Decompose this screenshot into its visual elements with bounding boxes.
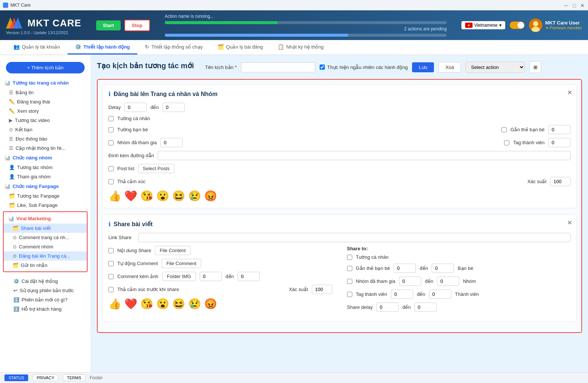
noi-dung-share-checkbox[interactable] bbox=[108, 248, 114, 253]
sidebar-item-gui-tin-nhan[interactable]: 🗂️ Gửi tin nhắn bbox=[4, 261, 87, 270]
sidebar-item-dang-trang-thai[interactable]: ✏️ Đăng trang thái bbox=[0, 97, 91, 106]
emoji-share-love[interactable]: ❤️ bbox=[124, 298, 137, 310]
tha-cam-xuc-checkbox[interactable] bbox=[108, 179, 114, 184]
sidebar-item-cap-nhat-thong-tin[interactable]: ☰ Cập nhật thông tin Ni... bbox=[0, 143, 91, 153]
sidebar-item-xem-story[interactable]: ✏️ Xem story bbox=[0, 106, 91, 116]
share-nhom-to-input[interactable] bbox=[437, 277, 459, 286]
privacy-button[interactable]: PRIVACY bbox=[33, 374, 58, 381]
share-card-close-button[interactable]: ✕ bbox=[567, 219, 572, 226]
save-button[interactable]: Lưu bbox=[412, 62, 434, 72]
share-nhom-checkbox[interactable] bbox=[347, 279, 352, 284]
file-comment-button[interactable]: File Comment bbox=[161, 259, 201, 268]
emoji-angry[interactable]: 😡 bbox=[204, 190, 217, 202]
share-nhom-from-input[interactable] bbox=[399, 277, 421, 286]
tab-thiet-lap-thong-so[interactable]: ↻ Thiết lập thống số chạy bbox=[137, 40, 210, 55]
post-list-checkbox[interactable] bbox=[108, 166, 114, 171]
theme-toggle[interactable] bbox=[510, 22, 525, 29]
sidebar-item-tuong-tac-video[interactable]: ▶ Tương tác video bbox=[0, 116, 91, 125]
share-tag-to-input[interactable] bbox=[429, 290, 451, 299]
tu-dong-comment-checkbox[interactable] bbox=[108, 261, 114, 266]
start-button[interactable]: Start bbox=[96, 20, 121, 30]
sidebar-item-tham-gia-nhom[interactable]: 👤 Tham gia nhóm bbox=[0, 172, 91, 181]
maximize-button[interactable]: □ bbox=[572, 3, 577, 8]
add-scenario-button[interactable]: + Thêm kịch bản bbox=[6, 62, 85, 73]
comment-kem-anh-checkbox[interactable] bbox=[108, 274, 114, 279]
folder-img-button[interactable]: Folder IMG bbox=[162, 272, 196, 281]
terms-button[interactable]: TERMS bbox=[63, 374, 85, 381]
tab-quan-ly-bai-dang[interactable]: 🗂️ Quản lý bài đăng bbox=[210, 40, 270, 55]
emoji-share-like[interactable]: 👍 bbox=[108, 298, 121, 310]
file-content-button[interactable]: File Content bbox=[155, 246, 190, 255]
emoji-haha[interactable]: 😆 bbox=[172, 190, 185, 202]
share-nhom-row: Nhóm đã tham gia đến Nhóm bbox=[347, 277, 571, 286]
sidebar-item-like-sub-fanpage[interactable]: 🗂️ Like, Sub Fanpage bbox=[0, 201, 91, 210]
select-action-dropdown[interactable]: Select action bbox=[466, 62, 525, 73]
share-tuong-ca-nhan-checkbox[interactable] bbox=[347, 255, 352, 260]
sidebar-item-bang-tin[interactable]: ☰ Bảng tin bbox=[0, 88, 91, 97]
emoji-wow[interactable]: 😮 bbox=[156, 190, 169, 202]
sidebar-item-dang-bai-len-trang[interactable]: ⊙ Đăng bài lên Trang cá... bbox=[4, 251, 87, 261]
tag-thanh-vien-checkbox[interactable] bbox=[504, 140, 509, 145]
sidebar-item-ket-ban[interactable]: ⊙ Kết bạn bbox=[0, 125, 91, 134]
delete-button[interactable]: Xoá bbox=[438, 62, 461, 73]
comment-from-input[interactable] bbox=[200, 272, 222, 281]
emoji-love[interactable]: ❤️ bbox=[124, 190, 137, 202]
random-checkbox[interactable] bbox=[320, 65, 325, 70]
sidebar-item-share-bai-viet[interactable]: 🗂️ Share bài viết bbox=[4, 224, 87, 233]
share-gan-the-from-input[interactable] bbox=[393, 264, 416, 273]
tuong-ban-be-checkbox[interactable] bbox=[108, 127, 114, 132]
language-selector[interactable]: Vietnamese ▾ bbox=[461, 21, 505, 29]
share-gan-the-to-input[interactable] bbox=[432, 264, 454, 273]
emoji-share-angry[interactable]: 😡 bbox=[204, 298, 217, 310]
tab-thiet-lap-hanh-dong[interactable]: ⚙️ Thiết lập hành động bbox=[68, 40, 137, 55]
random-checkbox-group: Thực hiện ngẫu nhiên các hành động bbox=[320, 65, 408, 70]
sidebar-item-comment-nhom[interactable]: ⊙ Comment nhóm bbox=[4, 242, 87, 251]
share-delay-to-input[interactable] bbox=[414, 303, 437, 312]
emoji-like[interactable]: 👍 bbox=[108, 190, 121, 202]
emoji-share-wow[interactable]: 😮 bbox=[156, 298, 169, 310]
nhom-value-input[interactable] bbox=[160, 138, 183, 147]
link-share-input[interactable] bbox=[138, 233, 571, 242]
xac-suat-share-input[interactable] bbox=[312, 285, 332, 294]
sidebar-item-comment-trang-ca-nhan[interactable]: ⊙ Comment trang cá nh... bbox=[4, 233, 87, 242]
emoji-sad[interactable]: 😢 bbox=[188, 190, 201, 202]
status-button[interactable]: STATUS bbox=[4, 374, 28, 381]
sidebar-item-cai-dat[interactable]: ⚙️ Cài đặt hệ thống bbox=[4, 277, 86, 286]
sidebar-item-doc-thong-bao[interactable]: ☰ Đọc thông báo bbox=[0, 134, 91, 143]
comment-to-input[interactable] bbox=[238, 272, 260, 281]
delay-to-input[interactable] bbox=[163, 103, 185, 112]
tab-quan-ly-tai-khoan[interactable]: 👥 Quản lý tài khoản bbox=[6, 40, 68, 55]
tuong-ca-nhan-checkbox[interactable] bbox=[108, 116, 114, 121]
tha-cam-xuc-share-checkbox[interactable] bbox=[108, 287, 114, 292]
share-gan-the-checkbox[interactable] bbox=[347, 266, 352, 271]
gan-the-ban-be-label: Gắn thẻ bạn bè bbox=[510, 127, 545, 132]
sidebar-item-ho-tro[interactable]: ℹ️ Hỗ trợ khách hàng bbox=[4, 304, 86, 314]
sidebar-item-tuong-tac-nhom[interactable]: 👤 Tương tác nhóm bbox=[0, 163, 91, 172]
nhom-da-tham-gia-checkbox[interactable] bbox=[108, 140, 114, 145]
grid-view-button[interactable]: ⊞ bbox=[529, 61, 541, 73]
stop-button[interactable]: Stop bbox=[124, 20, 150, 31]
gan-the-value-input[interactable] bbox=[548, 125, 571, 134]
minimize-button[interactable]: ─ bbox=[564, 3, 569, 8]
emoji-share-haha[interactable]: 😆 bbox=[172, 298, 185, 310]
xac-suat-input[interactable] bbox=[550, 177, 571, 186]
tab-nhat-ky-he-thong[interactable]: 📋 Nhật ký hệ thống bbox=[270, 40, 331, 55]
share-delay-from-input[interactable] bbox=[376, 303, 399, 312]
close-button[interactable]: ✕ bbox=[580, 3, 585, 8]
emoji-share-kiss[interactable]: 😘 bbox=[140, 298, 153, 310]
delay-from-input[interactable] bbox=[124, 103, 147, 112]
scenario-name-input[interactable] bbox=[241, 62, 315, 72]
gan-the-ban-be-checkbox[interactable] bbox=[502, 127, 507, 132]
emoji-share-sad[interactable]: 😢 bbox=[188, 298, 201, 310]
dinh-kem-input[interactable] bbox=[158, 151, 571, 160]
sidebar-item-phien-ban-truoc[interactable]: ↩ Sử dụng phiên bản trước bbox=[4, 286, 86, 295]
tag-value-input[interactable] bbox=[548, 138, 571, 147]
share-tag-checkbox[interactable] bbox=[347, 292, 352, 297]
emoji-kiss[interactable]: 😘 bbox=[140, 190, 153, 202]
share-tag-from-input[interactable] bbox=[391, 290, 413, 299]
chart-icon-viral: 📊 bbox=[8, 216, 14, 221]
select-posts-button[interactable]: Select Posts bbox=[138, 164, 174, 173]
post-card-close-button[interactable]: ✕ bbox=[567, 89, 572, 96]
sidebar-item-tuong-tac-fanpage[interactable]: 🗂️ Tương tác Fanpage bbox=[0, 191, 91, 201]
sidebar-item-phien-ban-moi[interactable]: ℹ️ Phiên bản mới có gì? bbox=[4, 295, 86, 304]
